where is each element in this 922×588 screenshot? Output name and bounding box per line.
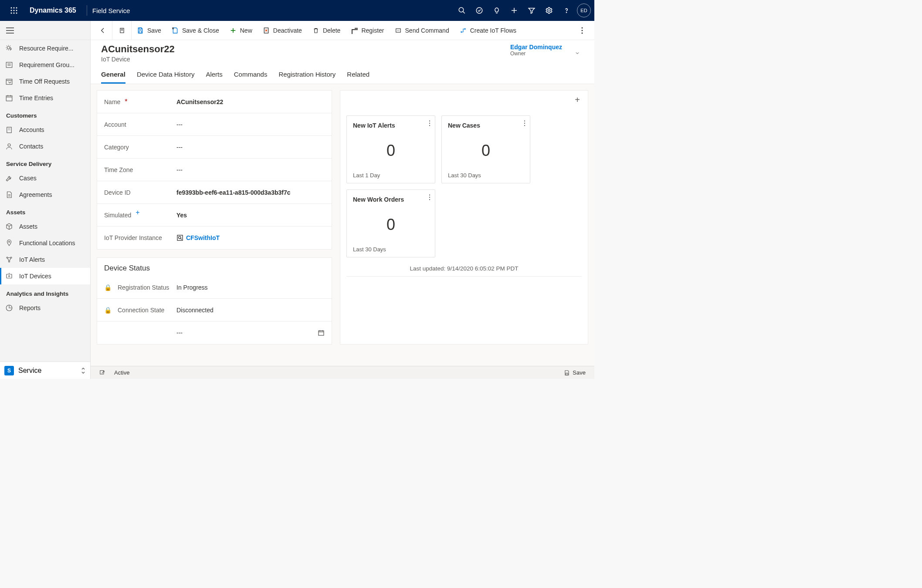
task-icon[interactable] [471,0,488,21]
user-avatar[interactable]: ED [577,3,591,17]
svg-point-2 [16,7,17,9]
svg-point-62 [179,237,181,239]
summary-tile[interactable]: New IoT Alerts0Last 1 Day [346,115,435,183]
register-button[interactable]: Register [346,21,389,40]
svg-rect-64 [319,331,324,335]
nav-item-agreements[interactable]: Agreements [0,186,90,203]
nav-item-time-off-requests[interactable]: Time Off Requests [0,73,90,90]
tab-registration-history[interactable]: Registration History [278,68,336,84]
nav-item-iot-devices[interactable]: IoT Devices [0,268,90,284]
plus-icon[interactable] [505,0,523,21]
save-close-button[interactable]: Save & Close [166,21,224,40]
nav-item-contacts[interactable]: Contacts [0,138,90,155]
tile-more-icon[interactable] [429,194,430,200]
simulated-field[interactable]: Simulated+ Yes [97,204,332,226]
area-label: Service [18,367,41,375]
nav-item-iot-alerts[interactable]: IoT Alerts [0,251,90,268]
app-launcher-icon[interactable] [3,0,24,21]
hamburger-icon[interactable] [0,21,90,40]
tab-general[interactable]: General [101,68,125,84]
nav-section-label: Customers [0,106,90,122]
add-tile-icon[interactable]: + [346,95,582,105]
extra-field[interactable]: --- [97,321,332,344]
chevron-down-icon[interactable] [571,48,584,58]
status-label[interactable]: Active [110,369,134,376]
building-icon [5,126,13,134]
svg-rect-20 [6,62,12,68]
nav-section-label: Assets [0,203,90,218]
pin-icon [5,239,13,247]
filter-icon[interactable] [523,0,540,21]
category-field[interactable]: Category --- [97,136,332,159]
tab-commands[interactable]: Commands [234,68,268,84]
svg-point-70 [429,125,430,126]
svg-point-15 [566,12,566,13]
svg-point-74 [429,195,430,196]
account-field[interactable]: Account --- [97,113,332,136]
save-button[interactable]: Save [132,21,166,40]
create-flow-button[interactable]: Create IoT Flows [454,21,522,40]
command-bar: Save Save & Close New Deactivate Delete … [91,21,594,40]
record-header: ACunitsensor22 IoT Device Edgar Dominque… [91,40,594,63]
popout-icon[interactable] [95,370,110,376]
tile-more-icon[interactable] [524,120,525,126]
svg-line-63 [180,238,182,240]
tile-value: 0 [353,203,429,246]
new-button[interactable]: New [224,21,258,40]
nav-item-reports[interactable]: Reports [0,300,90,316]
deactivate-button[interactable]: Deactivate [258,21,307,40]
svg-point-38 [9,241,10,243]
back-button[interactable] [93,21,112,40]
nav-item-requirement-grou-[interactable]: Requirement Grou... [0,57,90,73]
tile-more-icon[interactable] [429,120,430,126]
lookup-icon [176,234,183,241]
more-commands-icon[interactable] [573,21,592,40]
record-subtitle: IoT Device [101,56,175,63]
nav-item-functional-locations[interactable]: Functional Locations [0,235,90,251]
open-in-new-icon[interactable] [112,21,132,40]
svg-point-72 [524,123,525,124]
summary-tile[interactable]: New Cases0Last 30 Days [441,115,530,183]
tile-value: 0 [448,129,524,172]
svg-line-10 [463,11,465,14]
send-command-button[interactable]: Send Command [390,21,454,40]
calendar-icon[interactable] [318,329,325,336]
delete-button[interactable]: Delete [307,21,346,40]
svg-point-14 [548,10,550,12]
summary-tile[interactable]: New Work Orders0Last 30 Days [346,189,435,257]
tab-related[interactable]: Related [347,68,369,84]
timezone-field[interactable]: Time Zone --- [97,159,332,181]
deviceid-field[interactable]: Device ID fe9393bb-eef6-ea11-a815-000d3a… [97,181,332,204]
nav-item-label: IoT Alerts [19,256,45,263]
help-icon[interactable] [558,0,575,21]
nav-item-cases[interactable]: Cases [0,170,90,186]
tab-alerts[interactable]: Alerts [206,68,222,84]
area-switcher[interactable]: S Service [0,362,90,379]
svg-rect-61 [177,235,183,240]
svg-point-9 [459,7,464,12]
svg-rect-29 [7,127,12,133]
svg-rect-55 [396,28,400,32]
tab-device-data-history[interactable]: Device Data History [137,68,195,84]
nav-item-assets[interactable]: Assets [0,218,90,235]
brand-label[interactable]: Dynamics 365 [24,7,81,14]
settings-icon[interactable] [540,0,558,21]
lightbulb-icon[interactable] [488,0,505,21]
name-field[interactable]: Name* ACunitsensor22 [97,91,332,113]
search-icon[interactable] [453,0,471,21]
nav-item-label: Cases [19,175,37,182]
app-name-label[interactable]: Field Service [92,7,130,14]
owner-field[interactable]: Edgar Dominquez Owner [510,44,571,57]
svg-point-59 [582,30,583,31]
chart-icon [5,304,13,312]
nav-item-accounts[interactable]: Accounts [0,122,90,138]
svg-rect-54 [352,30,358,34]
nav-item-resource-require-[interactable]: Resource Require... [0,40,90,57]
lock-icon: 🔒 [104,284,112,291]
save-status-button[interactable]: Save [559,369,590,376]
connection-state-field: 🔒Connection State Disconnected [97,299,332,321]
nav-item-time-entries[interactable]: Time Entries [0,90,90,106]
svg-point-60 [582,32,583,34]
provider-field[interactable]: IoT Provider Instance CFSwithIoT [97,226,332,249]
svg-rect-23 [6,79,12,84]
